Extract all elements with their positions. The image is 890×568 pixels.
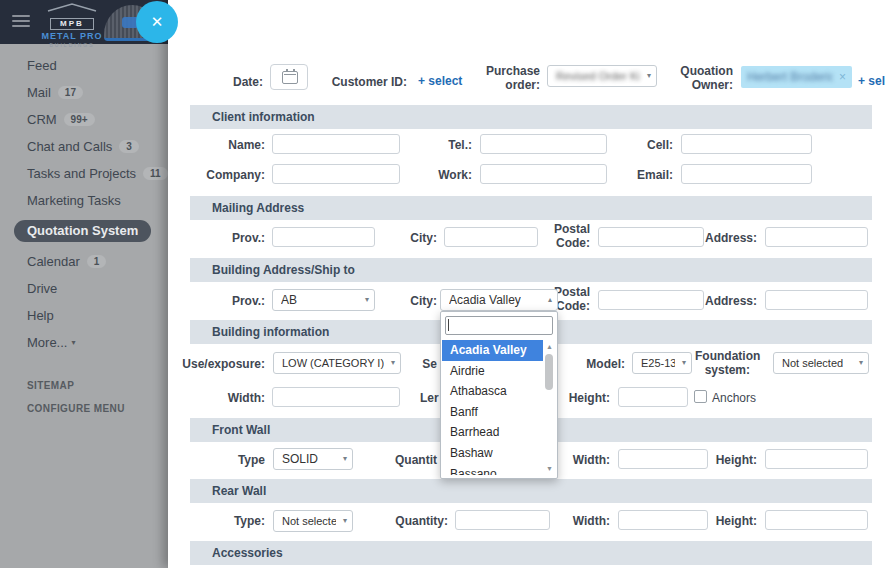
sidebar-item-label: Mail xyxy=(27,85,51,100)
sidebar-footer-item[interactable]: SITEMAP xyxy=(0,374,168,397)
mailing-city-input[interactable] xyxy=(444,227,538,247)
work-input[interactable] xyxy=(480,164,607,184)
sidebar-item[interactable]: Help xyxy=(0,302,168,329)
city-search-input[interactable] xyxy=(445,316,553,335)
sidebar-item[interactable]: Marketing Tasks xyxy=(0,187,168,214)
city-option[interactable]: Airdrie xyxy=(442,361,543,382)
company-logo: MPB METAL PRO BUILDINGS xyxy=(38,3,106,48)
use-exposure-select[interactable]: LOW (CATEGORY I) ... ▾ xyxy=(273,352,401,374)
front-quantity-label-partial: Quantit xyxy=(395,453,438,467)
sidebar-item-label: Drive xyxy=(27,281,57,296)
sidebar-item-label: Chat and Calls xyxy=(27,139,112,154)
purchase-order-value: Revised Order Kit xyxy=(556,70,640,82)
height-input[interactable] xyxy=(618,387,688,407)
name-input[interactable] xyxy=(272,134,400,154)
counter-badge: 99+ xyxy=(64,113,95,126)
date-label: Date: xyxy=(200,75,263,89)
customer-select-link[interactable]: + select xyxy=(418,74,462,88)
mailing-prov-input[interactable] xyxy=(272,227,375,247)
city-option[interactable]: Acadia Valley xyxy=(442,340,543,361)
ship-address-input[interactable] xyxy=(765,290,868,310)
mailing-address-input[interactable] xyxy=(765,227,868,247)
sidebar-item[interactable]: More...▾ xyxy=(0,329,168,356)
dropdown-scrollbar[interactable]: ▲ ▼ xyxy=(544,342,555,474)
sidebar-item[interactable]: Quotation System xyxy=(0,214,168,248)
ship-prov-select[interactable]: AB ▾ xyxy=(272,289,375,311)
model-label: Model: xyxy=(575,357,625,371)
rear-type-select[interactable]: Not selected ▾ xyxy=(273,510,353,532)
email-label: Email: xyxy=(618,168,673,182)
sidebar-footer-item[interactable]: CONFIGURE MENU xyxy=(0,397,168,420)
length-label-partial: Ler xyxy=(420,391,437,405)
ship-city-label: City: xyxy=(390,294,437,308)
menu-icon[interactable] xyxy=(12,15,30,29)
logo-text-buildings: BUILDINGS xyxy=(38,42,106,48)
foundation-label: Foundation system: xyxy=(695,349,750,378)
sidebar-item[interactable]: Calendar1 xyxy=(0,248,168,275)
use-exposure-label: Use/exposure: xyxy=(165,357,265,371)
scroll-down-icon[interactable]: ▼ xyxy=(544,464,555,474)
customer-id-label: Customer ID: xyxy=(325,75,407,89)
company-input[interactable] xyxy=(272,164,400,184)
logo-text-metalpro: METAL PRO xyxy=(38,31,106,41)
city-option[interactable]: Bashaw xyxy=(442,443,543,464)
sidebar-item-label: Help xyxy=(27,308,54,323)
sidebar-item[interactable]: Mail17 xyxy=(0,79,168,106)
owner-tag[interactable]: Herbert Broderick × xyxy=(741,66,852,88)
chevron-down-icon: ▾ xyxy=(343,516,347,525)
section-building-address: Building Address/Ship to xyxy=(190,258,872,282)
rear-height-input[interactable] xyxy=(765,510,868,530)
mailing-postal-label: Postal Code: xyxy=(545,222,590,251)
front-type-select[interactable]: SOLID ▾ xyxy=(273,448,353,470)
rear-quantity-label: Quantity: xyxy=(390,514,448,528)
city-option[interactable]: Banff xyxy=(442,402,543,423)
email-input[interactable] xyxy=(681,164,812,184)
owner-select-link[interactable]: + sel xyxy=(858,74,885,88)
foundation-select[interactable]: Not selected ▾ xyxy=(773,352,869,374)
rear-quantity-input[interactable] xyxy=(455,510,550,530)
anchors-checkbox[interactable] xyxy=(694,390,707,403)
city-combobox[interactable]: Acadia Valley ▴ xyxy=(440,289,558,311)
sidebar-item[interactable]: Chat and Calls3 xyxy=(0,133,168,160)
city-option[interactable]: Athabasca xyxy=(442,381,543,402)
ship-prov-label: Prov.: xyxy=(200,294,265,308)
rear-type-label: Type: xyxy=(200,514,265,528)
city-option[interactable]: Bassano xyxy=(442,464,543,475)
chevron-up-icon: ▴ xyxy=(548,295,552,304)
purchase-order-select[interactable]: Revised Order Kit ▾ xyxy=(547,65,657,87)
city-option[interactable]: Barrhead xyxy=(442,422,543,443)
date-picker[interactable] xyxy=(270,64,308,90)
rear-width-label: Width: xyxy=(560,514,610,528)
cell-input[interactable] xyxy=(681,134,812,154)
tel-label: Tel.: xyxy=(420,138,472,152)
anchors-label: Anchors xyxy=(712,391,762,405)
mailing-postal-input[interactable] xyxy=(598,227,704,247)
rear-width-input[interactable] xyxy=(618,510,708,530)
mailing-prov-label: Prov.: xyxy=(200,231,265,245)
sidebar-item-label: Feed xyxy=(27,58,57,73)
sidebar-item[interactable]: Feed xyxy=(0,52,168,79)
owner-name: Herbert Broderick xyxy=(747,70,833,84)
company-label: Company: xyxy=(165,168,265,182)
model-select[interactable]: E25-13 ▾ xyxy=(632,352,692,374)
close-slider-button[interactable]: ✕ xyxy=(136,1,178,43)
scrollbar-thumb[interactable] xyxy=(545,354,553,390)
width-label: Width: xyxy=(200,391,265,405)
mailing-address-label: Address: xyxy=(700,231,757,245)
sidebar-item-label: Quotation System xyxy=(14,220,151,242)
front-width-input[interactable] xyxy=(618,449,708,469)
ship-postal-input[interactable] xyxy=(598,290,704,310)
city-dropdown-panel: Acadia Valley Airdrie Athabasca Banff Ba… xyxy=(440,311,558,479)
sidebar-item[interactable]: Drive xyxy=(0,275,168,302)
sidebar-item[interactable]: Tasks and Projects11 xyxy=(0,160,168,187)
roof-icon xyxy=(46,3,98,12)
text-cursor xyxy=(448,319,449,331)
width-input[interactable] xyxy=(272,387,400,407)
purchase-order-label: Purchase order: xyxy=(470,64,540,93)
scroll-up-icon[interactable]: ▲ xyxy=(544,342,555,352)
sidebar-item[interactable]: CRM99+ xyxy=(0,106,168,133)
tel-input[interactable] xyxy=(480,134,607,154)
remove-owner-icon[interactable]: × xyxy=(839,70,846,84)
front-height-input[interactable] xyxy=(765,449,868,469)
sidebar-item-label: Tasks and Projects xyxy=(27,166,136,181)
